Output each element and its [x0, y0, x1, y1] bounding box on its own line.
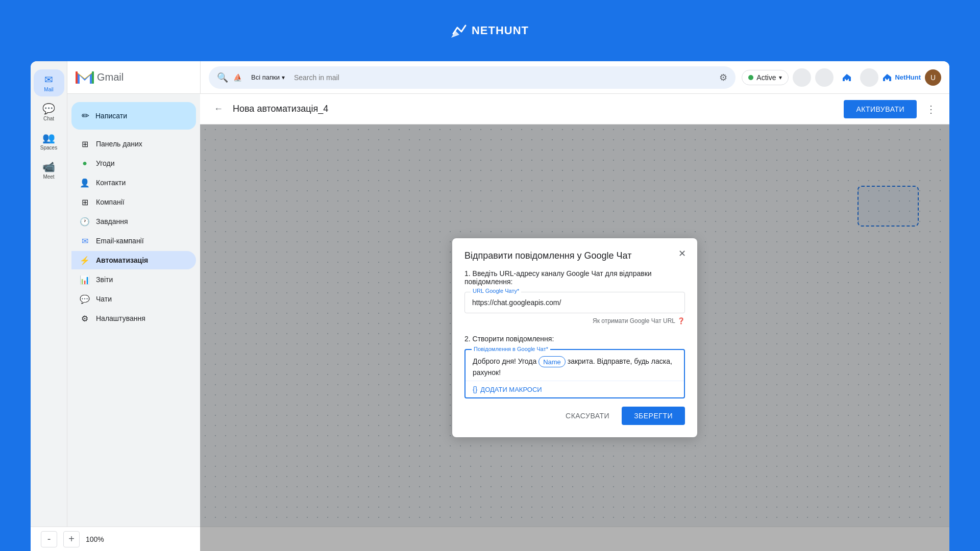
- automation-title: Нова автоматизація_4: [233, 104, 838, 114]
- add-macro-button[interactable]: {} ДОДАТИ МАКРОСИ: [465, 381, 684, 397]
- chat-icon: 💬: [42, 103, 55, 115]
- status-label: Active: [756, 73, 776, 82]
- back-button[interactable]: ←: [210, 101, 227, 117]
- message-field-label: Повідомлення в Google Чат*: [472, 346, 550, 352]
- sidebar-icons: ✉ Mail 💬 Chat 👥 Spaces 📹 Meet: [31, 61, 67, 551]
- sidebar-item-mail[interactable]: ✉ Mail: [34, 69, 64, 96]
- meet-label: Meet: [43, 174, 54, 180]
- url-field-wrapper: URL Google Чату*: [464, 292, 685, 313]
- modal-actions: СКАСУВАТИ ЗБЕРЕГТИ: [464, 407, 685, 425]
- chat-label: Chat: [43, 116, 54, 121]
- status-chevron-icon: ▾: [779, 74, 782, 81]
- left-nav: ✏ Написати ⊞ Панель даних ● Угоди 👤 Конт…: [67, 94, 200, 336]
- folder-label: Всі папки: [251, 73, 280, 81]
- modal-overlay: Відправити повідомлення у Google Чат ✕ 1…: [200, 124, 949, 551]
- nethunt-filter-icon: ⛵: [233, 73, 242, 82]
- svg-marker-0: [451, 31, 459, 38]
- nav-item-settings[interactable]: ⚙ Налаштування: [71, 309, 196, 328]
- left-panel: Gmail ✏ Написати ⊞ Панель даних ● Угоди …: [67, 61, 200, 551]
- add-macro-label: ДОДАТИ МАКРОСИ: [480, 386, 542, 393]
- folder-selector[interactable]: Всі папки ▾: [247, 71, 289, 83]
- content-area: 🔍 ⛵ Всі папки ▾ ⚙ Active ▾: [200, 61, 949, 551]
- nav-item-contacts-label: Контакти: [96, 179, 126, 187]
- gmail-header: Gmail: [67, 61, 200, 94]
- nav-item-tasks-label: Завдання: [96, 217, 128, 226]
- meet-icon: 📹: [42, 161, 55, 173]
- nethunt-logo-top: NETHUNT: [451, 23, 529, 38]
- main-header-bar: 🔍 ⛵ Всі папки ▾ ⚙ Active ▾: [200, 61, 949, 94]
- canvas-area: Відправити повідомлення у Google Чат ✕ 1…: [200, 124, 949, 551]
- settings-icon: ⚙: [80, 314, 90, 323]
- dashboard-icon: ⊞: [80, 139, 90, 149]
- search-icon: 🔍: [217, 72, 228, 83]
- modal-close-button[interactable]: ✕: [675, 246, 689, 261]
- folder-chevron-icon: ▾: [282, 74, 285, 81]
- email-campaigns-icon: ✉: [80, 236, 90, 246]
- svg-rect-3: [76, 71, 78, 84]
- nethunt-header-logo[interactable]: NetHunt: [883, 73, 921, 82]
- status-badge[interactable]: Active ▾: [742, 70, 789, 85]
- step1-label: 1. Введіть URL-адресу каналу Google Чат …: [464, 269, 685, 286]
- modal-dialog: Відправити повідомлення у Google Чат ✕ 1…: [452, 238, 697, 437]
- modal-title: Відправити повідомлення у Google Чат: [464, 251, 685, 261]
- nethunt-header-label: NetHunt: [895, 73, 921, 81]
- nethunt-top-label: NETHUNT: [472, 24, 529, 37]
- nav-item-email-campaigns-label: Email-кампанії: [96, 237, 144, 245]
- nav-item-deals[interactable]: ● Угоди: [71, 154, 196, 172]
- activate-button[interactable]: АКТИВУВАТИ: [844, 100, 917, 118]
- url-field-label: URL Google Чату*: [471, 288, 521, 294]
- nethunt-nav-icon[interactable]: [838, 68, 856, 87]
- compose-label: Написати: [95, 112, 127, 120]
- gmail-text: Gmail: [97, 71, 124, 83]
- compose-button[interactable]: ✏ Написати: [71, 102, 196, 130]
- nav-item-dashboard[interactable]: ⊞ Панель даних: [71, 135, 196, 153]
- automation-icon: ⚡: [80, 256, 90, 265]
- macro-name-tag[interactable]: Name: [538, 356, 566, 367]
- nav-item-reports-label: Звіти: [96, 276, 113, 284]
- circle-btn-2[interactable]: [815, 68, 834, 87]
- nav-item-reports[interactable]: 📊 Звіти: [71, 270, 196, 289]
- gmail-logo: Gmail: [76, 70, 124, 85]
- macro-brace-icon: {}: [473, 385, 477, 393]
- contacts-icon: 👤: [80, 178, 90, 188]
- nav-item-chats[interactable]: 💬 Чати: [71, 290, 196, 308]
- status-dot: [748, 75, 753, 80]
- automation-header: ← Нова автоматизація_4 АКТИВУВАТИ ⋮: [200, 94, 949, 124]
- nav-item-dashboard-label: Панель даних: [96, 140, 142, 148]
- circle-btn-1[interactable]: [793, 68, 811, 87]
- step2-label: 2. Створити повідомлення:: [464, 335, 685, 343]
- nav-item-settings-label: Налаштування: [96, 314, 145, 322]
- sidebar-item-spaces[interactable]: 👥 Spaces: [34, 128, 64, 155]
- search-bar[interactable]: 🔍 ⛵ Всі папки ▾ ⚙: [209, 66, 736, 89]
- nav-item-contacts[interactable]: 👤 Контакти: [71, 173, 196, 192]
- message-content[interactable]: Доброго дня! Угода Name закрита. Відправ…: [465, 350, 684, 381]
- filter-icon[interactable]: ⚙: [719, 72, 727, 83]
- top-bar: NETHUNT: [0, 0, 980, 61]
- save-button[interactable]: ЗБЕРЕГТИ: [622, 407, 685, 425]
- nav-item-automation[interactable]: ⚡ Автоматизація: [71, 251, 196, 269]
- mail-icon: ✉: [44, 73, 53, 86]
- nav-item-tasks[interactable]: 🕐 Завдання: [71, 212, 196, 231]
- help-link-text: Як отримати Google Чат URL: [593, 317, 675, 324]
- deals-icon: ●: [80, 159, 90, 168]
- nav-item-email-campaigns[interactable]: ✉ Email-кампанії: [71, 232, 196, 250]
- main-container: ✉ Mail 💬 Chat 👥 Spaces 📹 Meet: [31, 61, 949, 551]
- header-right: Active ▾ NetHunt U: [742, 68, 941, 87]
- nav-item-automation-label: Автоматизація: [96, 256, 148, 264]
- nav-item-companies[interactable]: ⊞ Компанії: [71, 193, 196, 211]
- svg-rect-4: [92, 71, 94, 84]
- nav-item-chats-label: Чати: [96, 295, 112, 303]
- nav-item-companies-label: Компанії: [96, 198, 125, 206]
- mail-label: Mail: [44, 87, 53, 92]
- message-prefix: Доброго дня! Угода: [473, 357, 538, 365]
- sidebar-item-meet[interactable]: 📹 Meet: [34, 157, 64, 184]
- avatar[interactable]: U: [925, 69, 941, 86]
- more-options-button[interactable]: ⋮: [923, 101, 939, 117]
- help-link-icon: ❓: [677, 317, 685, 324]
- search-input[interactable]: [294, 73, 714, 82]
- tasks-icon: 🕐: [80, 217, 90, 227]
- circle-btn-3[interactable]: [860, 68, 878, 87]
- cancel-button[interactable]: СКАСУВАТИ: [557, 407, 618, 425]
- sidebar-item-chat[interactable]: 💬 Chat: [34, 98, 64, 126]
- url-input[interactable]: [464, 292, 685, 313]
